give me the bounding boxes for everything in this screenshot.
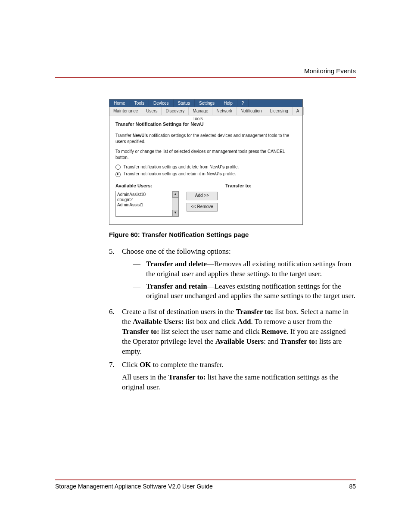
scrollbar[interactable]: ▲ ▼	[172, 191, 178, 216]
lists-row: Available Users: AdminAssist10 dougm2 Ad…	[115, 183, 296, 217]
text-bold: Remove	[262, 327, 287, 336]
radio-label: profile.	[225, 165, 239, 169]
figure-caption: Figure 60: Transfer Notification Setting…	[109, 231, 356, 238]
menu-tools[interactable]: Tools	[130, 100, 149, 107]
panel-intro: Transfer NewU's notification settings fo…	[115, 133, 296, 144]
available-label: Available Users:	[115, 183, 179, 188]
step-5a: — Transfer and delete—Removes all existi…	[133, 259, 356, 279]
menu-bar: Home Tools Devices Status Settings Help …	[109, 100, 302, 107]
footer-row: Storage Management Appliance Software V2…	[55, 483, 356, 490]
radio-transfer-delete[interactable]: Transfer notification settings and delet…	[115, 165, 296, 170]
submenu-notification[interactable]: Notification	[237, 107, 266, 115]
add-button[interactable]: Add >>	[187, 192, 218, 200]
submenu-licensing[interactable]: Licensing	[266, 107, 293, 115]
step-6: 6. Create a list of destination users in…	[109, 307, 356, 357]
transfer-buttons: Add >> << Remove	[187, 183, 218, 217]
text-bold: Transfer and delete	[146, 260, 207, 268]
panel-note: To modify or change the list of selected…	[115, 149, 296, 160]
menu-settings[interactable]: Settings	[195, 100, 219, 107]
text-bold: Add	[237, 317, 251, 326]
step-body: Click OK to complete the transfer. All u…	[122, 360, 356, 392]
option-text: Transfer and retain—Leaves existing noti…	[146, 282, 356, 302]
step-5b: — Transfer and retain—Leaves existing no…	[133, 282, 356, 302]
list-item[interactable]: AdminAssist1	[117, 202, 177, 208]
radio-label: Transfer notification settings and delet…	[124, 165, 218, 169]
dash: —	[133, 259, 146, 279]
remove-button[interactable]: << Remove	[187, 203, 218, 212]
step-7: 7. Click OK to complete the transfer. Al…	[109, 360, 356, 392]
figure-screenshot: Home Tools Devices Status Settings Help …	[109, 99, 303, 225]
doc-title: Storage Management Appliance Software V2…	[55, 483, 213, 490]
list-items: AdminAssist10 dougm2 AdminAssist1	[116, 191, 178, 208]
panel-heading: Transfer Notification Settings for NewU	[115, 121, 296, 127]
text: Transfer	[115, 133, 133, 138]
scroll-up-icon[interactable]: ▲	[172, 191, 178, 198]
text: to complete the transfer.	[151, 361, 224, 369]
text-bold: Available Users	[215, 337, 264, 345]
text: Create a list of destination users in th…	[122, 308, 236, 316]
text-bold: Available Users:	[133, 317, 184, 326]
text-bold: Transfer to:	[168, 373, 206, 381]
list-item[interactable]: AdminAssist10	[117, 192, 177, 197]
radio-label: profile.	[222, 171, 236, 176]
radio-label-bold: U's	[215, 171, 222, 176]
radio-label: Transfer notification settings and retai…	[124, 171, 215, 176]
submenu-manage-tools[interactable]: Manage Tools	[189, 107, 212, 115]
sub-menu-bar: Maintenance Users Discovery Manage Tools…	[109, 107, 302, 115]
transfer-column: Transfer to:	[225, 183, 252, 217]
text: . To remove a user from the	[251, 317, 332, 326]
text-bold: Transfer to:	[122, 327, 159, 336]
footer-rule	[55, 479, 356, 480]
text: Choose one of the following options:	[122, 247, 231, 255]
menu-devices[interactable]: Devices	[149, 100, 174, 107]
menu-question[interactable]: ?	[237, 100, 249, 107]
submenu-maintenance[interactable]: Maintenance	[109, 107, 142, 115]
step-7-follow: All users in the Transfer to: list have …	[122, 373, 356, 392]
text-bold: Transfer and retain	[146, 282, 207, 290]
submenu-overflow[interactable]: A	[293, 107, 304, 115]
text: Click	[122, 361, 140, 369]
radio-icon	[115, 172, 121, 177]
text-bold: Transfer to:	[280, 337, 318, 345]
step-list: 5. Choose one of the following options: …	[109, 247, 356, 392]
text: : and	[264, 337, 280, 345]
text-bold: Transfer to:	[236, 308, 273, 316]
submenu-network[interactable]: Network	[212, 107, 237, 115]
menu-status[interactable]: Status	[174, 100, 195, 107]
text: list box and click	[184, 317, 237, 326]
transfer-label: Transfer to:	[225, 183, 252, 188]
section-title: Monitoring Events	[55, 67, 356, 75]
step-number: 7.	[109, 360, 122, 392]
page-header: Monitoring Events	[55, 67, 356, 78]
step-5: 5. Choose one of the following options: …	[109, 247, 356, 304]
step-number: 6.	[109, 307, 122, 357]
page-footer: Storage Management Appliance Software V2…	[55, 479, 356, 490]
list-item[interactable]: dougm2	[117, 197, 177, 202]
radio-icon	[115, 165, 121, 170]
text: All users in the	[122, 373, 168, 381]
panel-body: Transfer Notification Settings for NewU …	[109, 115, 302, 224]
menu-help[interactable]: Help	[219, 100, 237, 107]
radio-transfer-retain[interactable]: Transfer notification settings and retai…	[115, 171, 296, 177]
step-body: Create a list of destination users in th…	[122, 307, 356, 357]
content-area: Home Tools Devices Status Settings Help …	[109, 99, 356, 396]
step-body: Choose one of the following options: — T…	[122, 247, 356, 304]
header-rule	[55, 77, 356, 78]
available-column: Available Users: AdminAssist10 dougm2 Ad…	[115, 183, 179, 217]
page-number: 85	[349, 483, 356, 490]
scroll-down-icon[interactable]: ▼	[172, 210, 178, 216]
step-number: 5.	[109, 247, 122, 304]
menu-home[interactable]: Home	[109, 100, 130, 107]
available-users-listbox[interactable]: AdminAssist10 dougm2 AdminAssist1 ▲ ▼	[115, 191, 179, 217]
text-bold: OK	[140, 361, 151, 369]
radio-label-bold: U's	[218, 165, 224, 169]
text-bold: NewU's	[133, 133, 148, 138]
submenu-discovery[interactable]: Discovery	[162, 107, 189, 115]
option-text: Transfer and delete—Removes all existing…	[146, 259, 356, 279]
submenu-users[interactable]: Users	[142, 107, 162, 115]
text: list select the user name and click	[159, 327, 262, 336]
dash: —	[133, 282, 146, 302]
